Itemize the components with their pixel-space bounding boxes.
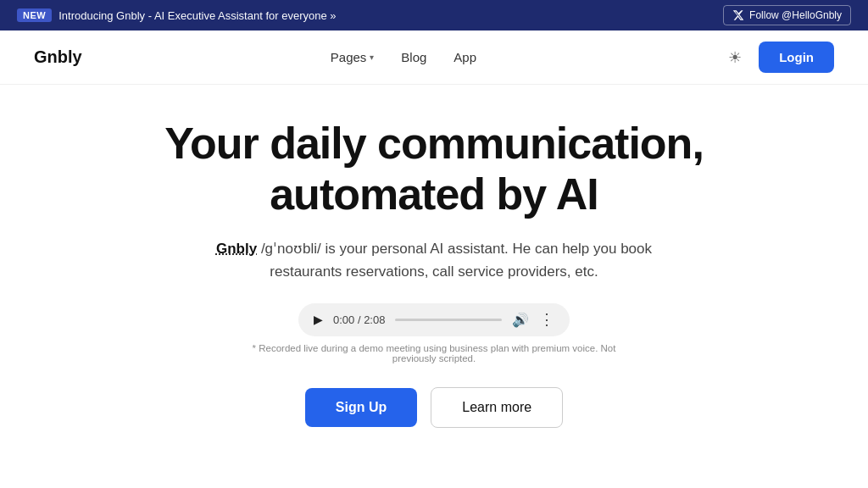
hero-title: Your daily communication, automated by A… [164,119,704,220]
chevron-down-icon: ▾ [370,53,374,62]
nav-links: Pages ▾ Blog App [331,50,476,64]
new-badge: NEW [17,8,52,22]
sun-icon: ☀ [728,49,742,66]
time-display: 0:00 / 2:08 [333,313,385,326]
volume-icon: 🔊 [512,313,529,327]
volume-button[interactable]: 🔊 [512,312,529,328]
theme-toggle-button[interactable]: ☀ [725,45,745,70]
signup-button[interactable]: Sign Up [305,388,417,427]
progress-bar[interactable] [395,319,502,321]
learn-more-button[interactable]: Learn more [431,387,563,428]
hero-section: Your daily communication, automated by A… [0,85,868,445]
announcement-bar: NEW Introducing Gnbly - AI Executive Ass… [0,0,868,30]
cta-buttons: Sign Up Learn more [305,387,563,428]
brand-name: Gnbly [216,241,257,257]
hero-subtitle: Gnbly /gˈnoʊbli/ is your personal AI ass… [188,237,680,283]
audio-player: ▶ 0:00 / 2:08 🔊 ⋮ [298,303,570,336]
play-button[interactable]: ▶ [314,313,323,326]
announcement-text: Introducing Gnbly - AI Executive Assista… [58,9,336,22]
follow-button[interactable]: Follow @HelloGnbly [723,5,851,25]
nav-blog[interactable]: Blog [401,50,426,64]
logo[interactable]: Gnbly [34,47,82,67]
navbar: Gnbly Pages ▾ Blog App ☀ Login [0,30,868,85]
nav-pages[interactable]: Pages ▾ [331,50,375,64]
follow-label: Follow @HelloGnbly [749,9,842,21]
nav-app[interactable]: App [453,50,476,64]
recording-note: * Recorded live during a demo meeting us… [231,343,637,363]
play-icon: ▶ [314,313,323,326]
nav-right: ☀ Login [725,42,834,73]
more-options-button[interactable]: ⋮ [539,312,554,327]
more-icon: ⋮ [539,311,554,328]
x-twitter-icon [732,9,744,21]
login-button[interactable]: Login [759,42,834,73]
announcement-left: NEW Introducing Gnbly - AI Executive Ass… [17,8,337,22]
